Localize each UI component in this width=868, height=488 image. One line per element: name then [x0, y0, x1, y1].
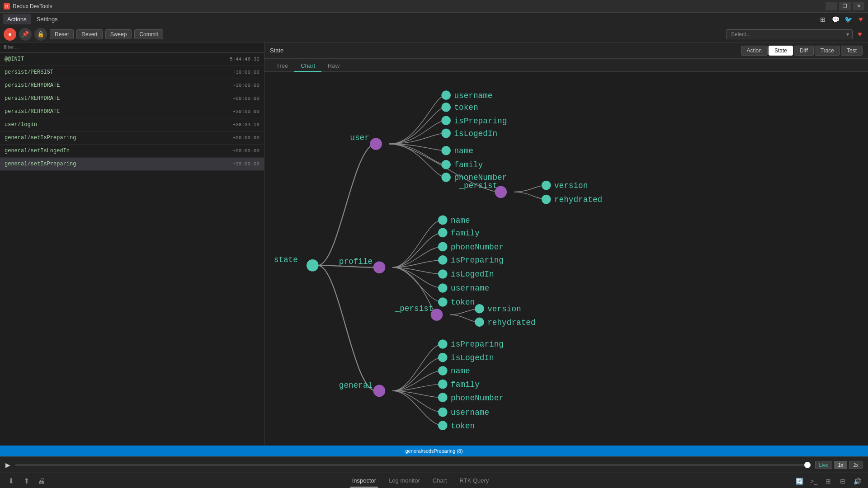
toolbar: ● 📌 🔒 Reset Revert Sweep Commit Select..… [0, 26, 868, 42]
svg-point-26 [542, 181, 551, 190]
action-time: +00:00.00 [233, 148, 259, 154]
play-button[interactable]: ▶ [5, 461, 10, 469]
download-icon[interactable]: ⬇ [5, 476, 16, 487]
svg-text:rehydrated: rehydrated [554, 195, 602, 204]
tab-action[interactable]: Action [741, 46, 768, 56]
minimize-button[interactable]: — [826, 2, 837, 10]
live-button[interactable]: Live [815, 461, 832, 469]
revert-button[interactable]: Revert [76, 29, 102, 39]
action-item[interactable]: persist/REHYDRATE +00:00.00 [0, 92, 264, 105]
record-button[interactable]: ● [4, 28, 16, 41]
print-icon[interactable]: 🖨 [36, 476, 47, 487]
svg-point-22 [441, 160, 451, 169]
action-time: +38:34.19 [233, 122, 259, 127]
action-time: +00:00.00 [233, 96, 259, 101]
action-name: user/login [5, 122, 37, 128]
speed-1x-button[interactable]: 1x [834, 461, 848, 469]
sub-tab-raw[interactable]: Raw [321, 61, 346, 72]
monitor-icon[interactable]: ⊞ [818, 15, 827, 24]
tab-log-monitor[interactable]: Log monitor [387, 474, 422, 488]
status-text: general/setIsPreparing (8) [405, 448, 462, 454]
sweep-button[interactable]: Sweep [105, 29, 132, 39]
menu-items: Actions Settings [3, 14, 62, 24]
action-name: general/setIsPreparing [5, 135, 76, 141]
action-name: general/setIsPreparing [5, 161, 76, 167]
svg-text:profile: profile [339, 257, 373, 266]
close-button[interactable]: ✕ [853, 2, 864, 10]
grid2-icon[interactable]: ⊟ [837, 476, 848, 487]
pin-button[interactable]: 📌 [19, 28, 32, 41]
audio-icon[interactable]: 🔊 [852, 476, 863, 487]
svg-point-54 [438, 380, 448, 389]
action-item[interactable]: persist/REHYDRATE +30:00.00 [0, 79, 264, 92]
action-item[interactable]: persist/PERSIST +30:00.00 [0, 66, 264, 79]
window-controls[interactable]: — ❐ ✕ [826, 2, 864, 10]
svg-point-2 [370, 138, 382, 150]
action-time: +30:00.00 [233, 83, 259, 88]
app-title: Redux DevTools [13, 3, 52, 9]
action-item[interactable]: general/setIsLogedIn +00:00.00 [0, 145, 264, 158]
progress-thumb[interactable] [804, 462, 811, 468]
action-name: persist/REHYDRATE [5, 95, 60, 102]
sub-tab-chart[interactable]: Chart [294, 61, 321, 72]
heart-icon[interactable]: ♥ [856, 15, 865, 24]
tab-trace[interactable]: Trace [815, 46, 840, 56]
svg-point-50 [438, 353, 448, 362]
svg-text:name: name [451, 216, 470, 225]
lock-button[interactable]: 🔒 [34, 28, 47, 41]
speed-2x-button[interactable]: 2x [849, 461, 863, 469]
action-item[interactable]: general/setIsPreparing +00:00.00 [0, 131, 264, 145]
svg-text:token: token [451, 422, 475, 431]
menu-bar: Actions Settings ⊞ 💬 🐦 ♥ [0, 13, 868, 26]
svg-point-36 [438, 255, 448, 265]
action-name: persist/REHYDRATE [5, 108, 60, 115]
upload-icon[interactable]: ⬆ [21, 476, 32, 487]
action-time: +30:00.00 [233, 161, 259, 167]
tab-chart[interactable]: Chart [431, 474, 449, 488]
svg-text:isLogedIn: isLogedIn [451, 353, 494, 362]
tab-state[interactable]: State [769, 46, 793, 56]
maximize-button[interactable]: ❐ [839, 2, 851, 10]
tab-inspector[interactable]: Inspector [350, 474, 378, 488]
tab-test[interactable]: Test [841, 46, 863, 56]
action-select[interactable]: Select... [726, 29, 853, 39]
svg-point-4 [373, 261, 386, 273]
sub-tab-tree[interactable]: Tree [270, 61, 294, 72]
twitter-icon[interactable]: 🐦 [844, 15, 853, 24]
chart-area: state user profile general _persist _per… [264, 72, 868, 446]
svg-point-28 [542, 195, 551, 204]
filter-input[interactable] [4, 44, 260, 51]
right-panel: State Action State Diff Trace Test Tree … [264, 42, 868, 446]
action-item[interactable]: @@INIT 5:44:46.32 [0, 53, 264, 66]
speed-controls: Live 1x 2x [815, 461, 863, 469]
svg-point-6 [373, 385, 386, 397]
tab-rtk-query[interactable]: RTK Query [458, 474, 491, 488]
svg-point-24 [441, 173, 451, 182]
svg-point-30 [438, 216, 448, 225]
title-bar: R Redux DevTools — ❐ ✕ [0, 0, 868, 13]
action-name: persist/REHYDRATE [5, 82, 60, 89]
refresh-icon[interactable]: 🔄 [794, 476, 805, 487]
svg-text:isPreparing: isPreparing [451, 340, 504, 349]
svg-point-58 [438, 408, 448, 417]
chat-icon[interactable]: 💬 [831, 15, 840, 24]
progress-track[interactable] [15, 464, 811, 466]
svg-point-12 [441, 90, 451, 100]
commit-button[interactable]: Commit [134, 29, 163, 39]
menu-settings[interactable]: Settings [32, 14, 62, 24]
toolbar-heart-icon[interactable]: ♥ [855, 30, 864, 39]
terminal-icon[interactable]: >_ [808, 476, 819, 487]
svg-text:token: token [454, 103, 478, 112]
action-item[interactable]: user/login +38:34.19 [0, 118, 264, 131]
action-list: @@INIT 5:44:46.32 persist/PERSIST +30:00… [0, 53, 264, 446]
reset-button[interactable]: Reset [50, 29, 74, 39]
menu-actions[interactable]: Actions [3, 14, 31, 24]
tab-diff[interactable]: Diff [794, 46, 814, 56]
svg-text:username: username [454, 91, 492, 100]
action-item[interactable]: persist/REHYDRATE +30:00.00 [0, 105, 264, 118]
svg-text:family: family [451, 229, 480, 238]
action-item[interactable]: general/setIsPreparing +30:00.00 [0, 158, 264, 171]
svg-point-44 [475, 304, 484, 314]
svg-point-60 [438, 421, 448, 430]
grid-icon[interactable]: ⊞ [823, 476, 834, 487]
